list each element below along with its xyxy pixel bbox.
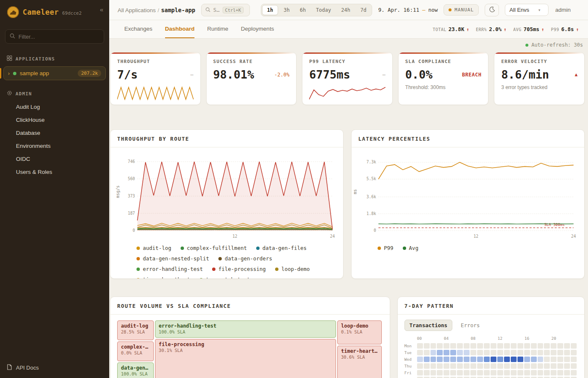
legend-item-p99[interactable]: P99 [378,245,394,251]
env-select[interactable]: All Envs ▾ [505,4,549,16]
heatmap-cell [571,350,577,355]
heatmap-cell [571,370,577,375]
time-display: 9. Apr. 16:11 — now [378,7,438,13]
legend-label: data-gen-files [262,245,307,251]
kpi-change: – [383,72,386,78]
kpi-card-error-velocity: ERROR VELOCITY8.6/min▲3 error types trac… [494,52,585,105]
heatmap-cell [430,350,436,355]
collapse-sidebar-button[interactable]: « [100,6,103,13]
legend-item-file-processing[interactable]: file-processing [212,266,266,272]
tab-dashboard[interactable]: Dashboard [165,20,195,38]
filter-input[interactable] [18,34,100,40]
sidebar-item-sample-app[interactable]: › sample app 207.2k [3,66,106,80]
legend-item-data-gen-nested-split[interactable]: data-gen-nested-split [136,255,209,262]
treemap-tile-complex-fulfillment[interactable]: complex-fulfillment0.0% SLA [117,341,154,361]
heatmap-cell [437,343,443,349]
time-range-6h[interactable]: 6h [295,5,310,15]
legend-label: data-gen-orders [225,255,272,262]
heatmap-cell [484,350,490,355]
legend-item-complex-fulfillment[interactable]: complex-fulfillment [181,245,247,251]
kpi-change: BREACH [462,72,481,78]
treemap-tile-loop-demo[interactable]: loop-demo0.1% SLA [337,320,382,344]
heatmap-cell [564,350,570,355]
global-search[interactable]: S… Ctrl+K [201,4,250,16]
gear-icon [7,90,12,97]
treemap-tile-timer-heartbeat[interactable]: timer-heartbeat30.6% SLA [337,346,382,378]
tab-exchanges[interactable]: Exchanges [124,20,152,38]
sidebar-item-clickhouse[interactable]: ClickHouse [0,113,109,126]
legend-item-timer-heartbeat[interactable]: timer-heartbeat [136,276,190,279]
svg-text:12: 12 [474,234,479,239]
time-range-today[interactable]: Today [311,5,336,15]
user-menu[interactable]: admin [555,7,571,13]
svg-text:373: 373 [128,194,135,198]
search-shortcut: Ctrl+K [223,7,244,13]
treemap-tile-audit-log[interactable]: audit-log28.5% SLA [117,320,154,340]
auto-refresh: Auto-refresh: 30s [110,41,585,49]
heatmap-cell [477,357,483,362]
tile-label: complex-fulfillment [121,344,150,350]
heatmap-cell [457,343,463,349]
treemap-tile-file-processing[interactable]: file-processing30.1% SLA [155,339,336,378]
heatmap-cell [424,363,430,369]
treemap-tile-data-gen-files[interactable]: data-gen-files100.0% SLA [117,362,154,378]
time-range-24h[interactable]: 24h [336,5,355,15]
tab-runtime[interactable]: Runtime [207,20,228,38]
legend-item-error-handling-test[interactable]: error-handling-test [136,266,203,272]
tile-label: data-gen-files [121,365,150,371]
heatmap-cell [551,343,556,349]
legend-label: audit-log [143,245,171,251]
kpi-card-success-rate: SUCCESS RATE98.01%-2.0% [206,52,297,105]
legend-item-data-gen-orders[interactable]: data-gen-orders [218,255,272,262]
time-range-7d[interactable]: 7d [356,5,371,15]
svg-text:7.3k: 7.3k [366,160,376,164]
sidebar-item-oidc[interactable]: OIDC [0,152,109,165]
heatmap-cell [470,363,476,369]
heatmap-row-mon: Mon [404,343,578,349]
time-range-1h[interactable]: 1h [262,5,278,15]
breadcrumb-parent[interactable]: All Applications [118,7,156,13]
heatmap-cell [484,363,490,369]
sidebar-filter[interactable] [5,29,104,44]
stat-p99: P996.8s↑ [551,26,579,32]
heatmap-cell [457,363,463,369]
sidebar-item-database[interactable]: Database [0,126,109,139]
svg-text:746: 746 [128,159,135,164]
legend-label: data-gen-nested-split [143,255,209,262]
heatmap-cell [477,343,483,349]
treemap-tile-error-handling-test[interactable]: error-handling-test100.0% SLA [155,320,336,338]
heatmap-cell [444,363,449,369]
heatmap-day-label: Wed [404,357,417,362]
legend-item-avg[interactable]: Avg [403,245,419,251]
heatmap-tab-transactions[interactable]: Transactions [404,320,452,331]
heatmap-row-thu: Thu [404,363,578,369]
heatmap-cell [437,350,443,355]
legend-item-try-catch-test[interactable]: try-catch-test [200,276,250,279]
heatmap-cell [497,350,503,355]
heatmap-cell [470,350,476,355]
sidebar-item-environments[interactable]: Environments [0,139,109,152]
heatmap-cell [470,357,476,362]
heatmap-cell [430,343,436,349]
stat-total: TOTAL23.8K↑ [433,26,469,32]
heatmap-tab-errors[interactable]: Errors [456,320,485,331]
legend-item-loop-demo[interactable]: loop-demo [275,266,310,272]
heatmap-cell [564,370,570,375]
time-range-3h[interactable]: 3h [279,5,294,15]
time-end: now [428,7,438,13]
legend-item-data-gen-files[interactable]: data-gen-files [256,245,307,251]
heatmap-cell [557,363,563,369]
legend-dot-icon [181,247,184,250]
heatmap-cell [517,363,523,369]
breadcrumb-current: sample-app [161,7,195,13]
y-axis-unit: ms [353,189,357,194]
kpi-title: SUCCESS RATE [213,59,290,64]
dark-mode-toggle[interactable] [485,4,499,16]
tab-deployments[interactable]: Deployments [241,20,274,38]
api-docs-link[interactable]: API Docs [0,357,109,378]
legend-item-audit-log[interactable]: audit-log [136,245,171,251]
heatmap-cell [444,343,449,349]
sidebar-item-audit-log[interactable]: Audit Log [0,100,109,113]
manual-refresh-button[interactable]: MANUAL [444,4,479,16]
sidebar-item-users-roles[interactable]: Users & Roles [0,165,109,178]
